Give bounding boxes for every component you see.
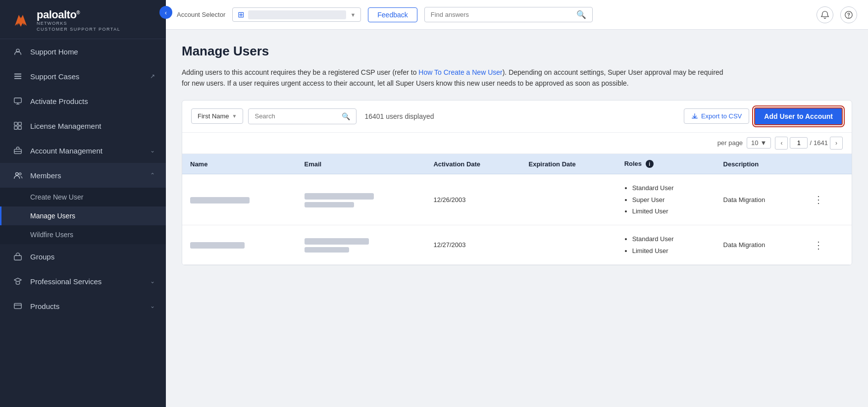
graduate-icon <box>12 276 23 287</box>
sidebar-item-groups[interactable]: Groups <box>0 244 166 269</box>
sidebar-item-create-new-user[interactable]: Create New User <box>0 188 166 206</box>
sidebar-item-activate-products[interactable]: Activate Products <box>0 89 166 113</box>
page-input[interactable] <box>790 137 808 149</box>
briefcase-icon <box>12 145 23 156</box>
col-expiration-date: Expiration Date <box>521 154 616 174</box>
col-roles: Roles i <box>616 154 715 174</box>
blurred-email <box>305 193 374 200</box>
products-icon <box>12 301 23 311</box>
portal-label: CUSTOMER SUPPORT PORTAL <box>37 27 120 32</box>
svg-rect-10 <box>14 126 17 129</box>
account-selector-icon: ⊞ <box>238 10 244 19</box>
table-row: 12/26/2003 Standard User Super User Limi… <box>182 174 852 225</box>
previous-page-button[interactable]: ‹ <box>775 137 788 150</box>
download-icon <box>691 113 698 120</box>
topbar: Account Selector ⊞ ▼ Feedback 🔍 <box>166 0 868 30</box>
external-link-icon: ↗ <box>150 73 155 80</box>
sidebar-item-account-management[interactable]: Account Management ⌄ <box>0 138 166 163</box>
cell-email <box>297 225 426 265</box>
svg-point-14 <box>19 173 21 175</box>
search-input[interactable] <box>431 11 572 18</box>
sidebar-item-products[interactable]: Products ⌄ <box>0 294 166 318</box>
sidebar-item-label: License Management <box>30 122 155 130</box>
home-icon <box>12 46 23 57</box>
list-icon <box>12 71 23 82</box>
cell-name <box>182 225 297 265</box>
svg-rect-6 <box>14 78 21 79</box>
add-user-button[interactable]: Add User to Account <box>754 107 843 125</box>
svg-rect-9 <box>18 122 21 125</box>
sidebar-item-wildfire-users[interactable]: Wildfire Users <box>0 225 166 244</box>
users-count: 16401 users displayed <box>364 112 434 120</box>
notification-button[interactable] <box>817 6 833 23</box>
cell-description: Data Migration <box>715 225 803 265</box>
feedback-button[interactable]: Feedback <box>368 7 417 22</box>
sidebar-item-license-management[interactable]: License Management <box>0 113 166 138</box>
svg-rect-5 <box>14 76 21 77</box>
chevron-down-icon: ▼ <box>350 12 356 18</box>
account-selector-value <box>248 10 346 19</box>
paloalto-logo-icon <box>10 11 32 30</box>
svg-point-13 <box>16 173 18 175</box>
chevron-down-icon: ⌄ <box>150 278 155 285</box>
cell-activation-date: 12/27/2003 <box>425 225 520 265</box>
filter-select[interactable]: First Name ▼ <box>191 108 243 124</box>
sidebar-item-label: Groups <box>30 253 155 261</box>
col-activation-date: Activation Date <box>425 154 520 174</box>
pagination-bar: per page 10 ▼ ‹ / 1641 › <box>182 133 852 154</box>
col-email: Email <box>297 154 426 174</box>
networks-label: NETWORKS <box>37 21 120 26</box>
col-name: Name <box>182 154 297 174</box>
blurred-email-2 <box>305 202 354 207</box>
sidebar-item-professional-services[interactable]: Professional Services ⌄ <box>0 269 166 294</box>
brand-name: paloalto® <box>37 9 120 21</box>
chevron-down-icon: ⌄ <box>150 147 155 154</box>
sidebar-item-manage-users[interactable]: Manage Users <box>0 206 166 225</box>
account-selector[interactable]: ⊞ ▼ <box>232 7 361 22</box>
sidebar-item-label: Account Management <box>30 147 150 155</box>
cell-expiration-date <box>521 174 616 225</box>
cell-roles: Standard User Super User Limited User <box>616 174 715 225</box>
cell-email <box>297 174 426 225</box>
how-to-create-link[interactable]: How To Create a New User <box>418 68 502 76</box>
users-table: Name Email Activation Date Expiration Da… <box>182 154 852 265</box>
svg-rect-8 <box>14 122 17 125</box>
cell-activation-date: 12/26/2003 <box>425 174 520 225</box>
grid-icon <box>12 120 23 131</box>
sidebar-item-label: Products <box>30 302 150 310</box>
sidebar-item-support-home[interactable]: Support Home <box>0 39 166 64</box>
cell-expiration-date <box>521 225 616 265</box>
page-navigation: ‹ / 1641 › <box>775 137 843 150</box>
svg-rect-7 <box>14 98 21 103</box>
chevron-down-icon: ⌄ <box>150 303 155 309</box>
page-title: Manage Users <box>182 44 852 59</box>
row-actions-button[interactable]: ⋮ <box>811 193 827 206</box>
svg-rect-4 <box>14 74 21 75</box>
table-header-row: Name Email Activation Date Expiration Da… <box>182 154 852 174</box>
table-search-input[interactable] <box>255 112 338 120</box>
sidebar: paloalto® NETWORKS CUSTOMER SUPPORT PORT… <box>0 0 166 407</box>
sidebar-logo: paloalto® NETWORKS CUSTOMER SUPPORT PORT… <box>0 0 166 39</box>
monitor-icon <box>12 96 23 106</box>
sidebar-item-support-cases[interactable]: Support Cases ↗ <box>0 64 166 89</box>
users-table-container: First Name ▼ 🔍 16401 users displayed Exp… <box>182 100 852 265</box>
cell-name <box>182 174 297 225</box>
next-page-button[interactable]: › <box>830 137 843 150</box>
sidebar-item-members[interactable]: Members ⌃ <box>0 163 166 188</box>
cell-description: Data Migration <box>715 174 803 225</box>
per-page-select[interactable]: 10 ▼ <box>747 137 771 149</box>
svg-rect-16 <box>14 304 21 309</box>
col-actions <box>803 154 852 174</box>
chevron-up-icon: ⌃ <box>150 172 155 179</box>
help-button[interactable] <box>840 6 857 23</box>
cell-roles: Standard User Limited User <box>616 225 715 265</box>
export-csv-button[interactable]: Export to CSV <box>684 108 749 124</box>
search-icon: 🔍 <box>342 112 350 120</box>
page-description: Adding users to this account requires th… <box>182 67 726 89</box>
main-area: Account Selector ⊞ ▼ Feedback 🔍 Manage U… <box>166 0 868 407</box>
sidebar-item-label: Support Home <box>30 48 155 56</box>
row-actions-button[interactable]: ⋮ <box>811 238 827 252</box>
roles-info-icon[interactable]: i <box>646 160 654 168</box>
content-area: Manage Users Adding users to this accoun… <box>166 30 868 407</box>
groups-icon <box>12 251 23 262</box>
